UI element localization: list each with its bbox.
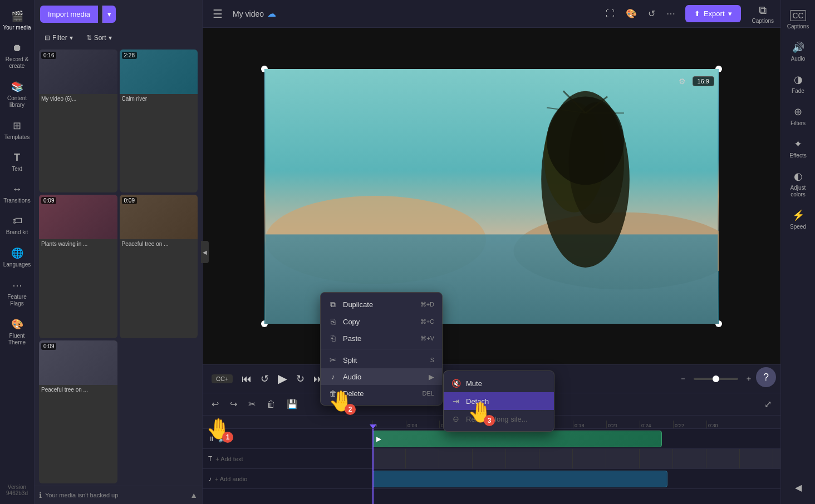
- add-audio-label[interactable]: + Add audio: [215, 476, 247, 482]
- preview-settings: ⚙ 16:9: [675, 73, 714, 89]
- media-item[interactable]: 0:09 Peaceful tree on ...: [120, 195, 198, 338]
- rotate-button[interactable]: ↺: [645, 5, 659, 22]
- templates-icon: ⊞: [13, 120, 21, 132]
- ruler-mark-0: 0: [372, 421, 406, 428]
- audio-clip[interactable]: [372, 471, 667, 487]
- speed-right-label: Speed: [790, 224, 806, 230]
- video-clip[interactable]: ▶: [372, 431, 662, 447]
- media-item[interactable]: 2:28 Calm river: [120, 50, 198, 192]
- filter-icon: ⊟: [45, 34, 50, 42]
- right-sidebar-captions[interactable]: CC Captions: [781, 6, 815, 34]
- media-item[interactable]: 0:09 Peaceful tree on ...: [39, 340, 117, 483]
- play-pause-small-icon[interactable]: ⏸: [208, 435, 215, 443]
- zoom-slider[interactable]: [694, 378, 738, 380]
- right-sidebar-audio[interactable]: 🔊 Audio: [781, 37, 815, 67]
- video-track-label: ⏸ 🔊: [203, 435, 372, 443]
- color-correct-button[interactable]: 🎨: [622, 5, 640, 22]
- video-track-content: ▶: [372, 429, 780, 448]
- thumb-label: Peaceful tree on ...: [39, 385, 117, 394]
- sort-chevron-icon: ▾: [109, 34, 112, 42]
- sort-icon: ⇅: [86, 34, 92, 42]
- right-sidebar-effects[interactable]: ✦ Effects: [781, 134, 815, 164]
- rewind-to-start-button[interactable]: ⏮: [239, 371, 254, 387]
- remove-silence-label: Remove long sile...: [466, 415, 528, 423]
- expand-timeline-button[interactable]: ⤢: [761, 397, 775, 412]
- submenu-detach[interactable]: ⇥ Detach: [444, 392, 554, 410]
- sidebar-item-label: Languages: [3, 261, 31, 268]
- text-track-content[interactable]: [372, 449, 780, 468]
- audio-submenu: 🔇 Mute ⇥ Detach ⊖ Remove long sile...: [443, 370, 554, 432]
- ctx-delete[interactable]: 🗑 Delete DEL: [321, 385, 442, 402]
- submenu-remove-silence: ⊖ Remove long sile...: [444, 410, 554, 428]
- sidebar-item-languages[interactable]: 🌐 Languages: [0, 243, 34, 273]
- delete-button[interactable]: 🗑: [263, 397, 279, 412]
- play-pause-button[interactable]: ▶: [276, 369, 289, 388]
- sidebar-item-label: Templates: [4, 134, 30, 141]
- fast-forward-button[interactable]: ↻: [294, 370, 307, 387]
- right-sidebar-filters[interactable]: ⊕ Filters: [781, 101, 815, 131]
- zoom-in-button[interactable]: ＋: [742, 370, 756, 387]
- crop-tool-button[interactable]: ⛶: [602, 6, 618, 22]
- collapse-panel-button[interactable]: ◀: [201, 241, 209, 263]
- import-media-button[interactable]: Import media: [40, 6, 98, 23]
- import-media-dropdown-button[interactable]: ▾: [102, 6, 116, 23]
- filter-label: Filter: [52, 34, 67, 42]
- backup-info-icon: ℹ: [39, 491, 42, 500]
- preview-frame: ⚙ 16:9: [263, 68, 720, 325]
- sidebar-item-fluent-theme[interactable]: 🎨 Fluent Theme: [0, 314, 34, 350]
- hamburger-menu-button[interactable]: ☰: [209, 4, 226, 24]
- zoom-control: － ＋: [676, 370, 756, 387]
- captions-button[interactable]: ⧉ Captions: [752, 4, 774, 24]
- ctx-paste[interactable]: ⎗ Paste ⌘+V: [321, 330, 442, 347]
- detach-label: Detach: [466, 397, 489, 406]
- preview-area: ⚙ 16:9: [203, 28, 780, 364]
- speed-right-icon: ⚡: [792, 209, 804, 221]
- ctx-audio[interactable]: ♪ Audio ▶: [321, 368, 442, 385]
- preview-video: [264, 69, 719, 324]
- ruler-mark-9: 0:27: [673, 421, 706, 428]
- filter-button[interactable]: ⊟ Filter ▾: [40, 32, 77, 44]
- export-button[interactable]: ⬆ Export ▾: [685, 5, 741, 22]
- sidebar-item-text[interactable]: T Text: [0, 147, 34, 177]
- media-item[interactable]: 0:16 My video (6)...: [39, 50, 117, 192]
- redo-button[interactable]: ↪: [227, 397, 240, 412]
- right-sidebar-fade[interactable]: ◑ Fade: [781, 69, 815, 99]
- duplicate-shortcut: ⌘+D: [420, 301, 434, 308]
- media-grid: 0:16 My video (6)... 2:28 Calm river 0:0…: [35, 47, 202, 486]
- sidebar-item-templates[interactable]: ⊞ Templates: [0, 115, 34, 145]
- media-item[interactable]: 0:09 Plants waving in ...: [39, 195, 117, 338]
- rewind-button[interactable]: ↺: [258, 370, 271, 387]
- undo-button[interactable]: ↩: [208, 397, 222, 412]
- sidebar-item-feature-flags[interactable]: ⋯ Feature Flags: [0, 275, 34, 312]
- thumb-label: Peaceful tree on ...: [120, 239, 198, 249]
- playhead[interactable]: [372, 429, 374, 504]
- ctx-split[interactable]: ✂ Split S: [321, 352, 442, 368]
- preview-settings-button[interactable]: ⚙: [675, 73, 689, 89]
- sidebar-item-content-library[interactable]: 📚 Content library: [0, 76, 34, 113]
- sidebar-item-my-media[interactable]: 🎬 Your media: [0, 6, 34, 36]
- right-collapse-button[interactable]: ◀: [795, 482, 802, 493]
- right-sidebar-speed[interactable]: ⚡ Speed: [781, 205, 815, 235]
- zoom-out-button[interactable]: －: [676, 370, 690, 387]
- sidebar-item-brand-kit[interactable]: 🏷 Brand kit: [0, 211, 34, 240]
- volume-icon[interactable]: 🔊: [218, 435, 227, 443]
- submenu-mute[interactable]: 🔇 Mute: [444, 374, 554, 392]
- ctx-duplicate[interactable]: ⧉ Duplicate ⌘+D: [321, 296, 442, 313]
- thumb-duration: 0:16: [41, 52, 56, 59]
- help-button[interactable]: ?: [756, 367, 776, 387]
- save-button[interactable]: 💾: [283, 397, 301, 412]
- more-options-button[interactable]: ⋯: [663, 5, 679, 22]
- add-text-label[interactable]: + Add text: [215, 456, 243, 462]
- sort-button[interactable]: ⇅ Sort ▾: [82, 32, 116, 44]
- captions-icon: ⧉: [759, 4, 767, 17]
- sidebar-item-transitions[interactable]: ↔ Transitions: [0, 179, 34, 209]
- thumb-duration: 0:09: [41, 197, 56, 204]
- cut-button[interactable]: ✂: [245, 397, 259, 412]
- audio-track-icon: ♪: [208, 475, 212, 483]
- paste-shortcut: ⌘+V: [420, 335, 434, 342]
- split-shortcut: S: [430, 357, 434, 363]
- right-sidebar-adjust-colors[interactable]: ◐ Adjust colors: [781, 166, 815, 202]
- adjust-colors-right-label: Adjust colors: [783, 185, 813, 198]
- sidebar-item-record-create[interactable]: ⏺ Record & create: [0, 38, 34, 74]
- ctx-copy[interactable]: ⎘ Copy ⌘+C: [321, 313, 442, 330]
